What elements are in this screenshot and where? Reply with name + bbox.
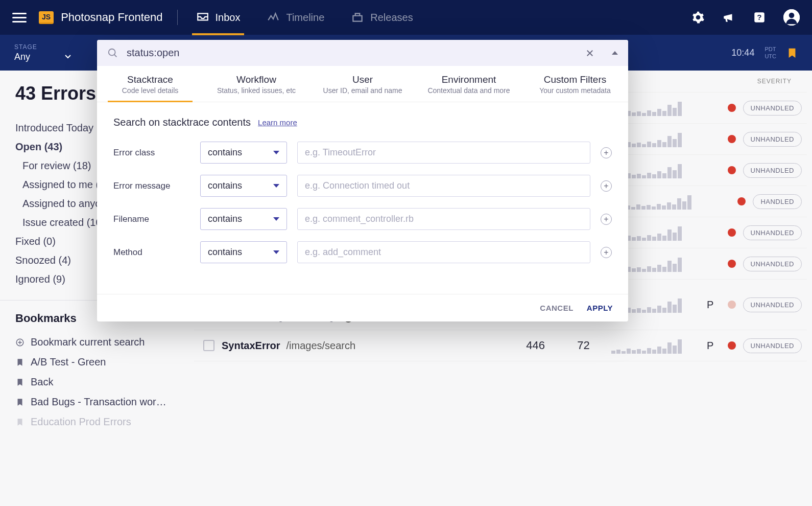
search-bar bbox=[97, 40, 628, 66]
filter-tab[interactable]: StacktraceCode level details bbox=[97, 66, 203, 102]
nav-tab-label: Timeline bbox=[286, 12, 324, 24]
severity-dot bbox=[728, 301, 736, 309]
nav-tab-label: Inbox bbox=[216, 12, 241, 24]
filter-row: Error classcontains+ bbox=[113, 142, 612, 164]
bookmark-icon bbox=[15, 358, 25, 367]
filter-section-heading: Search on stacktrace contents bbox=[113, 117, 251, 128]
apply-button[interactable]: APPLY bbox=[587, 304, 613, 312]
filter-tab[interactable]: UserUser ID, email and name bbox=[309, 66, 416, 102]
nav-tab-timeline[interactable]: Timeline bbox=[262, 1, 328, 34]
bookmark-icon[interactable] bbox=[786, 45, 798, 60]
bookmark-item[interactable]: A/B Test - Green bbox=[15, 352, 194, 372]
filter-tab[interactable]: EnvironmentContextual data and more bbox=[416, 66, 522, 102]
filter-label: Method bbox=[113, 247, 190, 258]
filter-tab[interactable]: WorkflowStatus, linked issues, etc bbox=[203, 66, 309, 102]
add-filter-button[interactable]: + bbox=[601, 214, 612, 225]
plus-circle-icon bbox=[15, 338, 25, 347]
clear-icon[interactable] bbox=[585, 49, 594, 58]
filter-tab-subtitle: Contextual data and more bbox=[421, 86, 517, 95]
filter-row: Methodcontains+ bbox=[113, 241, 612, 263]
row-stage: P bbox=[700, 299, 721, 311]
search-icon bbox=[107, 48, 118, 59]
svg-point-3 bbox=[789, 13, 795, 18]
bookmark-item[interactable]: Back bbox=[15, 372, 194, 392]
bookmark-item[interactable]: Bad Bugs - Transaction wor… bbox=[15, 392, 194, 412]
menu-icon[interactable] bbox=[12, 11, 27, 25]
filter-value-input[interactable] bbox=[297, 142, 590, 164]
filter-operator-select[interactable]: contains bbox=[200, 175, 287, 197]
nav-tab-label: Releases bbox=[370, 12, 413, 24]
collapse-icon[interactable] bbox=[612, 51, 618, 55]
handled-badge: UNHANDLED bbox=[743, 257, 802, 271]
help-icon[interactable]: ? bbox=[753, 11, 766, 24]
bookmark-current-search[interactable]: Bookmark current search bbox=[15, 332, 194, 352]
learn-more-link[interactable]: Learn more bbox=[258, 118, 297, 127]
row-checkbox[interactable] bbox=[203, 340, 214, 351]
filter-tab-subtitle: Your custom metadata bbox=[527, 86, 623, 95]
filter-value-input[interactable] bbox=[297, 208, 590, 230]
sparkline bbox=[621, 193, 703, 210]
handled-badge: UNHANDLED bbox=[743, 101, 802, 116]
filter-tab-title: Workflow bbox=[208, 74, 304, 85]
cancel-button[interactable]: CANCEL bbox=[540, 304, 574, 312]
bookmark-label: Education Prod Errors bbox=[31, 416, 131, 428]
chevron-down-icon bbox=[273, 250, 279, 254]
row-users: 72 bbox=[563, 339, 604, 352]
chevron-down-icon bbox=[65, 55, 71, 59]
bookmark-item[interactable]: Education Prod Errors bbox=[15, 412, 194, 432]
filter-tab[interactable]: Custom FiltersYour custom metadata bbox=[522, 66, 628, 102]
chevron-down-icon bbox=[273, 217, 279, 221]
stage-label: STAGE bbox=[14, 43, 71, 51]
filter-label: Error message bbox=[113, 181, 190, 191]
stage-filter[interactable]: STAGE Any bbox=[14, 43, 71, 62]
error-row[interactable]: SyntaxError/images/search44672PUNHANDLED bbox=[194, 330, 807, 361]
top-navbar: JS Photosnap Frontend Inbox Timeline Rel… bbox=[0, 0, 812, 35]
severity-dot bbox=[728, 166, 736, 174]
filter-tab-subtitle: Status, linked issues, etc bbox=[208, 86, 304, 95]
filter-tab-title: User bbox=[315, 74, 411, 85]
megaphone-icon[interactable] bbox=[722, 11, 735, 24]
handled-badge: UNHANDLED bbox=[743, 163, 802, 178]
bookmark-icon bbox=[15, 378, 25, 387]
svg-text:?: ? bbox=[757, 13, 761, 21]
chevron-down-icon bbox=[273, 184, 279, 188]
filter-row: Error messagecontains+ bbox=[113, 175, 612, 197]
chevron-down-icon bbox=[273, 151, 279, 154]
inbox-icon bbox=[196, 11, 209, 24]
nav-tab-inbox[interactable]: Inbox bbox=[192, 1, 245, 34]
add-filter-button[interactable]: + bbox=[601, 247, 612, 258]
timeline-icon bbox=[267, 11, 280, 24]
nav-tab-releases[interactable]: Releases bbox=[347, 1, 417, 34]
filter-operator-select[interactable]: contains bbox=[200, 241, 287, 263]
user-avatar[interactable] bbox=[783, 9, 800, 26]
bookmark-icon bbox=[15, 398, 25, 407]
add-filter-button[interactable]: + bbox=[601, 180, 612, 192]
filter-tab-subtitle: Code level details bbox=[102, 86, 198, 95]
bookmark-label: A/B Test - Green bbox=[31, 356, 106, 368]
filter-tab-title: Environment bbox=[421, 74, 517, 85]
handled-badge: HANDLED bbox=[753, 194, 802, 209]
time-display: 10:44 bbox=[731, 48, 754, 58]
severity-dot bbox=[728, 228, 736, 237]
sparkline bbox=[611, 337, 693, 354]
svg-point-5 bbox=[109, 49, 115, 55]
filter-operator-select[interactable]: contains bbox=[200, 142, 287, 164]
stage-value: Any bbox=[14, 52, 30, 62]
bookmark-label: Bookmark current search bbox=[31, 336, 145, 348]
filter-value-input[interactable] bbox=[297, 175, 590, 197]
filter-operator-select[interactable]: contains bbox=[200, 208, 287, 230]
row-stage: P bbox=[700, 340, 721, 352]
releases-icon bbox=[351, 11, 364, 24]
add-filter-button[interactable]: + bbox=[601, 147, 612, 158]
app-title: Photosnap Frontend bbox=[61, 11, 162, 24]
severity-dot bbox=[737, 197, 746, 205]
handled-badge: UNHANDLED bbox=[743, 297, 802, 312]
bookmark-label: Bad Bugs - Transaction wor… bbox=[31, 396, 166, 408]
handled-badge: UNHANDLED bbox=[743, 132, 802, 147]
filter-value-input[interactable] bbox=[297, 241, 590, 263]
gear-icon[interactable] bbox=[691, 11, 705, 24]
filter-label: Error class bbox=[113, 148, 190, 158]
search-input[interactable] bbox=[127, 47, 577, 59]
bookmark-icon bbox=[15, 418, 25, 427]
filter-tab-subtitle: User ID, email and name bbox=[315, 86, 411, 95]
